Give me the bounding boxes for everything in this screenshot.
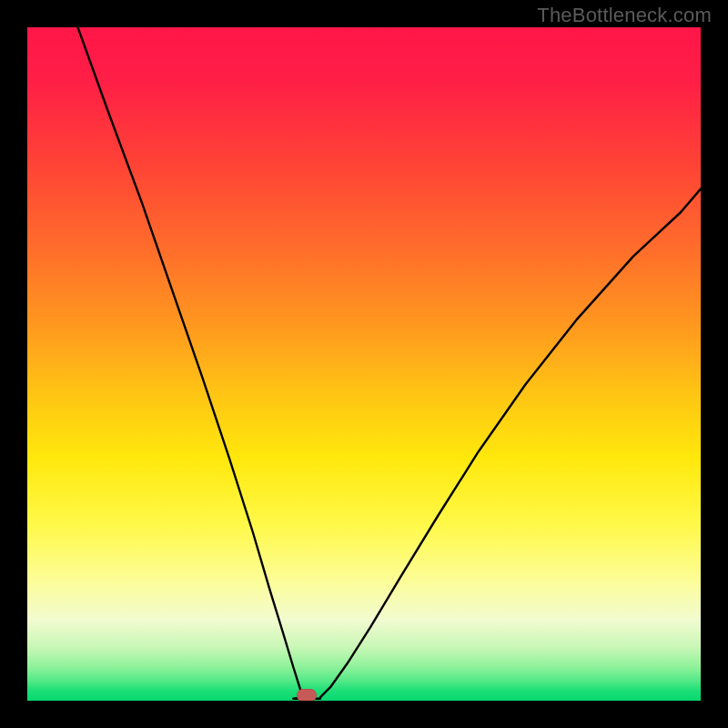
plot-area bbox=[27, 27, 701, 701]
bottleneck-curve bbox=[27, 27, 701, 701]
watermark-text: TheBottleneck.com bbox=[537, 4, 712, 27]
bottleneck-marker bbox=[297, 689, 317, 701]
chart-frame: TheBottleneck.com bbox=[0, 0, 728, 728]
